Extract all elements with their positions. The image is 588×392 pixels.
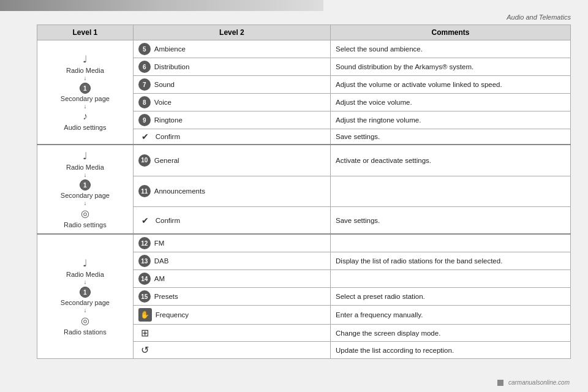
icon-music-2-1: ♩ xyxy=(83,257,88,269)
freq-icon: ✋ xyxy=(138,308,152,322)
level2-cell: ✔Confirm xyxy=(133,129,330,145)
level2-text: Frequency xyxy=(156,311,189,318)
level2-cell: ✋Frequency xyxy=(133,306,330,325)
level2-cell: 7Sound xyxy=(133,76,330,94)
num-badge: 5 xyxy=(138,43,151,55)
level2-text: Presets xyxy=(154,293,178,300)
level1-label2-s0: Secondary page xyxy=(61,95,110,102)
level1-label3-s0: Audio settings xyxy=(64,124,106,131)
icon-num-2: 1 xyxy=(80,287,91,298)
comments-cell: Enter a frequency manually. xyxy=(331,306,571,325)
num-badge: 6 xyxy=(138,61,151,73)
level1-label3-s2: Radio stations xyxy=(64,328,107,336)
arrow-down-2-s0: ↓ xyxy=(83,104,86,110)
page-title: Audio and Telematics xyxy=(507,13,571,21)
comments-cell: Update the list according to reception. xyxy=(331,342,571,359)
comments-cell xyxy=(331,176,571,206)
level1-label1-s1: Radio Media xyxy=(66,164,104,171)
arrow-down-1-s0: ↓ xyxy=(83,75,86,81)
header-area: Audio and Telematics xyxy=(0,11,588,22)
level2-cell: 5Ambience xyxy=(133,40,330,58)
num-badge: 8 xyxy=(138,96,151,108)
level2-cell: ✔Confirm xyxy=(133,207,330,234)
comments-cell xyxy=(331,234,571,252)
top-bar xyxy=(0,0,323,11)
level2-cell: 15Presets xyxy=(133,288,330,306)
icon-special-2: ◎ xyxy=(81,315,89,326)
level2-text: Ringtone xyxy=(154,116,183,124)
check-icon: ✔ xyxy=(138,132,152,141)
level2-text: Voice xyxy=(154,99,172,106)
arrow-down-1-s1: ↓ xyxy=(83,172,86,178)
level2-text: Confirm xyxy=(156,217,180,224)
comments-cell: Sound distribution by the Arkamys® syste… xyxy=(331,58,571,76)
icon-music-1-1: ♩ xyxy=(83,150,88,162)
level1-cell-section1: ♩Radio Media↓1Secondary page↓◎Radio sett… xyxy=(37,145,134,234)
arrow-down-1-s2: ↓ xyxy=(83,279,86,285)
comments-cell: Activate or deactivate settings. xyxy=(331,145,571,176)
level2-cell: 6Distribution xyxy=(133,58,330,76)
level2-cell: ⊞ xyxy=(133,325,330,342)
comments-cell: Adjust the voice volume. xyxy=(331,94,571,111)
level2-cell: 10General xyxy=(133,145,330,176)
comments-cell xyxy=(331,270,571,288)
comments-cell: Save settings. xyxy=(331,129,571,145)
comments-cell: Select the sound ambience. xyxy=(331,40,571,58)
level1-label2-s1: Secondary page xyxy=(61,192,110,199)
col-header-level2: Level 2 xyxy=(133,25,330,40)
level2-cell: 11Announcements xyxy=(133,176,330,206)
footer-logo: carmanualsonline.com xyxy=(508,379,570,386)
level2-cell: 9Ringtone xyxy=(133,111,330,129)
num-badge: 11 xyxy=(138,185,151,197)
num-badge: 12 xyxy=(138,237,151,249)
comments-cell: Display the list of radio stations for t… xyxy=(331,252,571,270)
arrow-down-2-s2: ↓ xyxy=(83,307,86,314)
num-badge: 10 xyxy=(138,154,151,167)
comments-cell: Save settings. xyxy=(331,207,571,234)
icon-special-0: ♪ xyxy=(83,111,88,122)
level2-cell: 14AM xyxy=(133,270,330,288)
comments-cell: Adjust the ringtone volume. xyxy=(331,111,571,129)
comments-cell: Select a preset radio station. xyxy=(331,288,571,306)
level2-cell: 13DAB xyxy=(133,252,330,270)
col-header-comments: Comments xyxy=(331,25,571,40)
level2-cell: 8Voice xyxy=(133,94,330,111)
level1-label1-s2: Radio Media xyxy=(66,271,104,278)
level2-text: DAB xyxy=(154,257,169,265)
comments-cell: Adjust the volume or activate volume lin… xyxy=(331,76,571,94)
refresh-icon: ↺ xyxy=(138,344,152,356)
main-table: Level 1 Level 2 Comments ♩Radio Media↓1S… xyxy=(37,24,571,359)
num-badge: 9 xyxy=(138,114,151,126)
level2-cell: ↺ xyxy=(133,342,330,359)
col-header-level1: Level 1 xyxy=(37,25,134,40)
num-badge: 7 xyxy=(138,78,151,91)
level2-text: General xyxy=(154,157,179,164)
level2-text: Sound xyxy=(154,81,175,88)
level1-label3-s1: Radio settings xyxy=(64,221,107,228)
icon-special-1: ◎ xyxy=(81,208,89,219)
check-icon: ✔ xyxy=(138,216,152,225)
level2-text: Ambience xyxy=(154,45,186,53)
grid-icon: ⊞ xyxy=(138,327,152,339)
main-content: Level 1 Level 2 Comments ♩Radio Media↓1S… xyxy=(0,22,588,364)
comments-cell: Change the screen display mode. xyxy=(331,325,571,342)
level1-cell-section0: ♩Radio Media↓1Secondary page↓♪Audio sett… xyxy=(37,40,134,145)
num-badge: 14 xyxy=(138,273,151,285)
level1-label2-s2: Secondary page xyxy=(61,299,110,306)
level2-text: FM xyxy=(154,239,165,247)
arrow-down-2-s1: ↓ xyxy=(83,200,86,206)
level1-label1-s0: Radio Media xyxy=(66,67,104,74)
level2-text: AM xyxy=(154,275,165,282)
level2-text: Distribution xyxy=(154,63,190,70)
level1-cell-section2: ♩Radio Media↓1Secondary page↓◎Radio stat… xyxy=(37,234,134,359)
level2-text: Confirm xyxy=(156,133,180,140)
icon-num-1: 1 xyxy=(80,179,91,190)
level2-text: Announcements xyxy=(154,187,205,195)
page-footer: carmanualsonline.com xyxy=(497,379,570,386)
level2-cell: 12FM xyxy=(133,234,330,252)
page-background: Audio and Telematics Level 1 Level 2 Com… xyxy=(0,0,588,392)
nav-square-icon xyxy=(497,380,503,386)
num-badge: 13 xyxy=(138,255,151,267)
num-badge: 15 xyxy=(138,290,151,303)
icon-num-0: 1 xyxy=(80,83,91,94)
